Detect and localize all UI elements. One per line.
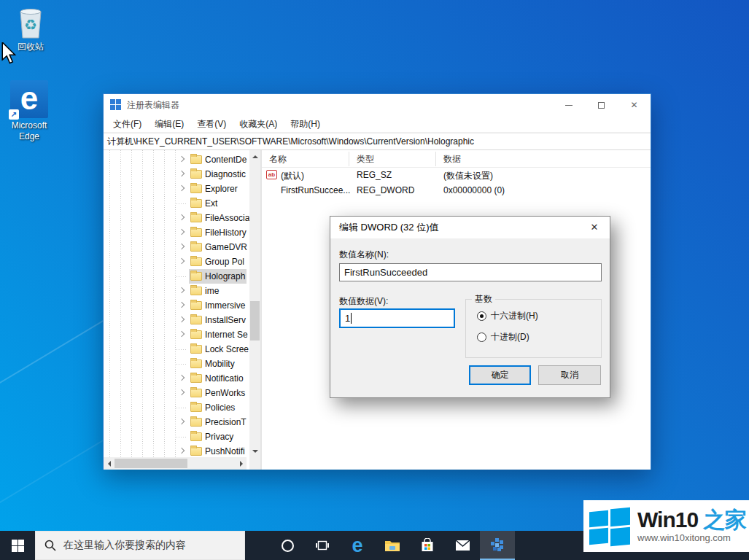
cancel-button[interactable]: 取消 (538, 365, 601, 385)
tree-horizontal-scrollbar[interactable] (104, 457, 247, 470)
tree-connector-line (176, 276, 187, 277)
value-data-input[interactable]: 1 (339, 308, 455, 328)
expand-chevron-icon[interactable] (179, 331, 185, 337)
tree-item-Lock Scree[interactable]: Lock Scree (104, 342, 247, 357)
desktop-icon-edge[interactable]: e ↗ Microsoft Edge (1, 80, 57, 142)
expand-chevron-icon[interactable] (179, 258, 185, 264)
expand-chevron-icon[interactable] (179, 375, 185, 381)
tree-item-label: Internet Se (205, 330, 248, 340)
tree-item-label: InstallServ (205, 315, 246, 325)
string-value-icon: ab (266, 170, 277, 179)
expand-chevron-icon[interactable] (179, 244, 185, 249)
expand-chevron-icon[interactable] (179, 229, 185, 235)
folder-icon (190, 243, 202, 252)
dialog-titlebar[interactable]: 编辑 DWORD (32 位)值 ✕ (330, 217, 610, 238)
tree-connector-line (176, 203, 187, 204)
tree-item-Mobility[interactable]: Mobility (104, 357, 247, 371)
close-button[interactable]: ✕ (618, 94, 651, 116)
task-view-button[interactable] (305, 531, 340, 560)
tree-item-Explorer[interactable]: Explorer (104, 182, 247, 196)
expand-chevron-icon[interactable] (179, 156, 185, 162)
expand-chevron-icon[interactable] (179, 171, 185, 176)
tree-item-PenWorks[interactable]: PenWorks (104, 386, 247, 400)
expand-chevron-icon[interactable] (179, 419, 185, 424)
tree-item-Policies[interactable]: Policies (104, 400, 247, 415)
registry-tree: ContentDeDiagnosticExplorerExtFileAssoci… (104, 152, 247, 459)
tree-item-Internet Se[interactable]: Internet Se (104, 327, 247, 342)
tree-item-InstallServ[interactable]: InstallServ (104, 313, 247, 327)
value-row-0[interactable]: ab(默认)REG_SZ(数值未设置) (262, 168, 651, 183)
taskbar-regedit-button[interactable] (480, 531, 515, 560)
taskbar-edge-button[interactable]: e (340, 531, 375, 560)
menu-item-3[interactable]: 收藏夹(A) (233, 116, 284, 132)
ok-button[interactable]: 确定 (469, 365, 531, 385)
minimize-button[interactable] (552, 94, 585, 116)
scroll-down-button[interactable] (249, 445, 260, 457)
radio-option-0[interactable]: 十六进制(H) (477, 310, 538, 322)
file-explorer-button[interactable] (375, 531, 410, 560)
radio-option-1[interactable]: 十进制(D) (477, 331, 529, 343)
win10home-watermark: Win10 之家 www.win10xitong.com (583, 500, 749, 552)
tree-item-label: Policies (205, 402, 235, 413)
tree-item-Notificatio[interactable]: Notificatio (104, 371, 247, 386)
radio-unselected-icon[interactable] (477, 332, 486, 342)
column-separator[interactable] (349, 152, 349, 166)
tree-item-Immersive[interactable]: Immersive (104, 298, 247, 313)
value-name-field[interactable]: FirstRunSucceeded (339, 263, 602, 281)
expand-chevron-icon[interactable] (179, 302, 185, 308)
tree-item-GameDVR[interactable]: GameDVR (104, 240, 247, 254)
expand-chevron-icon[interactable] (179, 316, 185, 322)
menu-item-0[interactable]: 文件(F) (106, 116, 148, 132)
expand-chevron-icon[interactable] (179, 448, 185, 454)
folder-icon (190, 214, 202, 222)
scroll-up-button[interactable] (249, 150, 260, 163)
menu-item-4[interactable]: 帮助(H) (284, 116, 327, 132)
column-header-name[interactable]: 名称 (269, 153, 287, 166)
horizontal-scroll-thumb[interactable] (115, 459, 187, 468)
column-header-data[interactable]: 数据 (443, 153, 461, 166)
mail-button[interactable] (445, 531, 480, 560)
vertical-scroll-thumb[interactable] (250, 301, 260, 341)
maximize-button[interactable] (585, 94, 618, 116)
taskbar-search-input[interactable]: 在这里输入你要搜索的内容 (35, 531, 245, 560)
menu-item-2[interactable]: 查看(V) (190, 116, 233, 132)
expand-chevron-icon[interactable] (179, 287, 185, 293)
search-placeholder: 在这里输入你要搜索的内容 (63, 539, 186, 552)
scroll-left-button[interactable] (104, 457, 115, 470)
tree-item-Holograph[interactable]: Holograph (104, 269, 247, 284)
tree-item-FileHistory[interactable]: FileHistory (104, 225, 247, 240)
value-type: REG_DWORD (357, 185, 414, 195)
tree-item-FileAssocia[interactable]: FileAssocia (104, 211, 247, 225)
shortcut-arrow-icon: ↗ (9, 109, 19, 120)
cortana-button[interactable] (270, 531, 305, 560)
dialog-close-button[interactable]: ✕ (579, 217, 610, 238)
base-groupbox: 基数 十六进制(H)十进制(D) (465, 299, 602, 358)
folder-icon (190, 374, 202, 383)
scroll-right-button[interactable] (236, 457, 247, 470)
value-data: (数值未设置) (443, 170, 493, 182)
tree-item-ContentDe[interactable]: ContentDe (104, 152, 247, 167)
menu-item-1[interactable]: 编辑(E) (148, 116, 190, 132)
folder-icon (190, 389, 202, 397)
tree-item-PushNotifi[interactable]: PushNotifi (104, 444, 247, 459)
radio-selected-icon[interactable] (477, 311, 486, 321)
expand-chevron-icon[interactable] (179, 214, 185, 220)
tree-item-Diagnostic[interactable]: Diagnostic (104, 167, 247, 182)
column-separator[interactable] (435, 152, 436, 166)
column-header-type[interactable]: 类型 (357, 153, 374, 166)
tree-item-Ext[interactable]: Ext (104, 196, 247, 211)
tree-item-Privacy[interactable]: Privacy (104, 429, 247, 444)
tree-item-PrecisionT[interactable]: PrecisionT (104, 415, 247, 429)
tree-item-Group Pol[interactable]: Group Pol (104, 254, 247, 269)
tree-vertical-scrollbar[interactable] (249, 150, 260, 457)
value-row-1[interactable]: FirstRunSuccee...REG_DWORD0x00000000 (0) (262, 183, 651, 198)
regedit-titlebar[interactable]: 注册表编辑器 ✕ (104, 94, 651, 116)
expand-chevron-icon[interactable] (179, 185, 185, 191)
expand-chevron-icon[interactable] (179, 389, 185, 395)
tree-item-ime[interactable]: ime (104, 284, 247, 298)
address-bar[interactable]: 计算机\HKEY_CURRENT_USER\SOFTWARE\Microsoft… (104, 133, 651, 150)
start-button[interactable] (0, 531, 35, 560)
store-button[interactable] (410, 531, 445, 560)
maximize-icon (598, 102, 605, 109)
text-caret (351, 313, 352, 324)
